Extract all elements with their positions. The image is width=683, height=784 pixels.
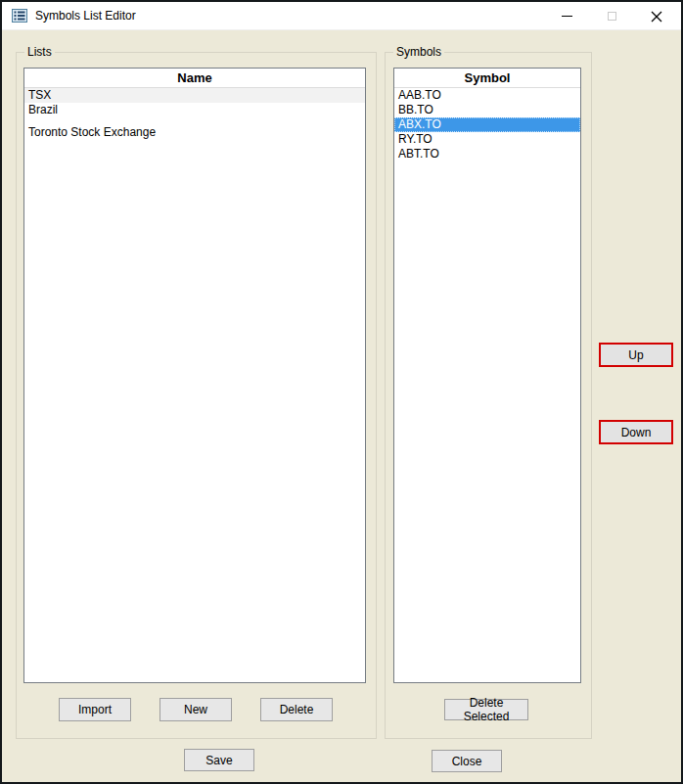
close-button[interactable] <box>634 2 679 30</box>
delete-selected-button[interactable]: Delete Selected <box>444 699 528 720</box>
list-row-toronto-stock-exchange[interactable]: Toronto Stock Exchange <box>24 125 365 140</box>
titlebar: Symbols List Editor <box>2 2 681 30</box>
list-row-brazil[interactable]: Brazil <box>24 103 365 117</box>
symbol-row-abx-selected[interactable]: ABX.TO <box>394 117 580 132</box>
symbol-row-abt[interactable]: ABT.TO <box>394 147 580 161</box>
lists-table[interactable]: Name TSX Brazil Toronto Stock Exchange <box>23 68 366 683</box>
window-controls <box>544 2 679 30</box>
symbol-row-ry[interactable]: RY.TO <box>394 132 580 147</box>
symbols-list-editor-window: Symbols List Editor Lists Name TSX Brazi… <box>0 0 683 784</box>
close-dialog-button[interactable]: Close <box>432 750 502 772</box>
list-row-spacer <box>24 117 365 125</box>
maximize-icon <box>608 12 616 21</box>
delete-button[interactable]: Delete <box>260 698 333 721</box>
list-row-tsx[interactable]: TSX <box>24 88 365 103</box>
window-title: Symbols List Editor <box>35 9 136 23</box>
up-button[interactable]: Up <box>599 343 673 367</box>
symbol-row-bb[interactable]: BB.TO <box>394 103 580 117</box>
import-button[interactable]: Import <box>59 698 131 721</box>
lists-table-header: Name <box>24 69 365 88</box>
down-button[interactable]: Down <box>599 420 673 444</box>
symbol-row-aab[interactable]: AAB.TO <box>394 88 580 103</box>
maximize-button[interactable] <box>589 2 634 30</box>
lists-group-label: Lists <box>24 45 55 59</box>
app-list-icon <box>12 8 27 23</box>
symbols-table-header: Symbol <box>394 69 580 88</box>
minimize-button[interactable] <box>544 2 589 30</box>
symbols-table[interactable]: Symbol AAB.TO BB.TO ABX.TO RY.TO ABT.TO <box>393 68 581 683</box>
minimize-icon <box>562 16 572 17</box>
symbols-group-label: Symbols <box>393 45 444 59</box>
close-icon <box>651 11 662 23</box>
save-button[interactable]: Save <box>184 749 254 771</box>
new-button[interactable]: New <box>159 698 232 721</box>
